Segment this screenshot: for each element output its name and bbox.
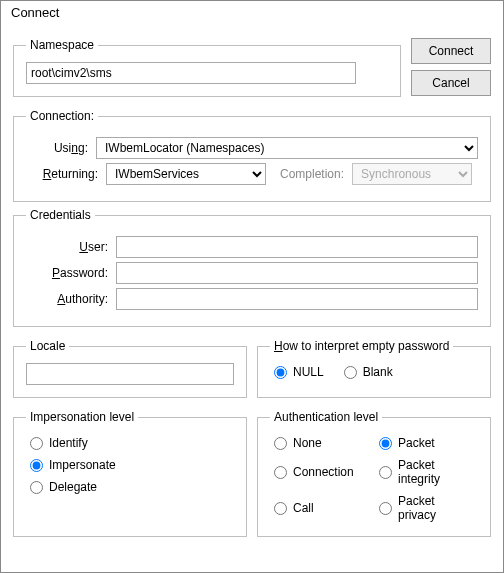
impersonation-group: Impersonation level Identify Impersonate… bbox=[13, 410, 247, 537]
identify-radio-label[interactable]: Identify bbox=[30, 436, 230, 450]
credentials-group: Credentials User: Password: Authority: bbox=[13, 208, 491, 327]
impersonate-radio-label[interactable]: Impersonate bbox=[30, 458, 230, 472]
identify-radio[interactable] bbox=[30, 437, 43, 450]
delegate-radio[interactable] bbox=[30, 481, 43, 494]
cancel-button[interactable]: Cancel bbox=[411, 70, 491, 96]
empty-password-legend: How to interpret empty password bbox=[270, 339, 453, 353]
using-select[interactable]: IWbemLocator (Namespaces) bbox=[96, 137, 478, 159]
null-radio-label[interactable]: NULL bbox=[274, 365, 324, 379]
window-title: Connect bbox=[1, 1, 503, 24]
authority-label: Authority: bbox=[26, 292, 116, 306]
returning-select[interactable]: IWbemServices bbox=[106, 163, 266, 185]
call-radio-label[interactable]: Call bbox=[274, 494, 369, 522]
impersonate-radio[interactable] bbox=[30, 459, 43, 472]
namespace-legend: Namespace bbox=[26, 38, 98, 52]
blank-radio[interactable] bbox=[344, 366, 357, 379]
connect-button[interactable]: Connect bbox=[411, 38, 491, 64]
locale-group: Locale bbox=[13, 339, 247, 398]
connection-radio-label[interactable]: Connection bbox=[274, 458, 369, 486]
namespace-input[interactable] bbox=[26, 62, 356, 84]
connection-group: Connection: Using: IWbemLocator (Namespa… bbox=[13, 109, 491, 202]
user-label: User: bbox=[26, 240, 116, 254]
locale-input[interactable] bbox=[26, 363, 234, 385]
locale-legend: Locale bbox=[26, 339, 69, 353]
packet-radio[interactable] bbox=[379, 437, 392, 450]
empty-password-group: How to interpret empty password NULL Bla… bbox=[257, 339, 491, 398]
packet-radio-label[interactable]: Packet bbox=[379, 436, 474, 450]
none-radio[interactable] bbox=[274, 437, 287, 450]
returning-label: Returning: bbox=[26, 167, 106, 181]
authentication-legend: Authentication level bbox=[270, 410, 382, 424]
blank-radio-label[interactable]: Blank bbox=[344, 365, 393, 379]
password-label: Password: bbox=[26, 266, 116, 280]
null-radio[interactable] bbox=[274, 366, 287, 379]
dialog-body: Namespace Connect Cancel Connection: Usi… bbox=[1, 24, 503, 572]
packet-privacy-radio[interactable] bbox=[379, 502, 392, 515]
connection-radio[interactable] bbox=[274, 466, 287, 479]
authority-input[interactable] bbox=[116, 288, 478, 310]
none-radio-label[interactable]: None bbox=[274, 436, 369, 450]
packet-integrity-radio-label[interactable]: Packet integrity bbox=[379, 458, 474, 486]
packet-privacy-radio-label[interactable]: Packet privacy bbox=[379, 494, 474, 522]
connect-dialog: Connect Namespace Connect Cancel Connect… bbox=[0, 0, 504, 573]
password-input[interactable] bbox=[116, 262, 478, 284]
completion-label: Completion: bbox=[280, 167, 344, 181]
delegate-radio-label[interactable]: Delegate bbox=[30, 480, 230, 494]
packet-integrity-radio[interactable] bbox=[379, 466, 392, 479]
connection-legend: Connection: bbox=[26, 109, 98, 123]
impersonation-legend: Impersonation level bbox=[26, 410, 138, 424]
using-label: Using: bbox=[26, 141, 96, 155]
completion-select: Synchronous bbox=[352, 163, 472, 185]
credentials-legend: Credentials bbox=[26, 208, 95, 222]
authentication-group: Authentication level None Packet Connect… bbox=[257, 410, 491, 537]
call-radio[interactable] bbox=[274, 502, 287, 515]
namespace-group: Namespace bbox=[13, 38, 401, 97]
user-input[interactable] bbox=[116, 236, 478, 258]
